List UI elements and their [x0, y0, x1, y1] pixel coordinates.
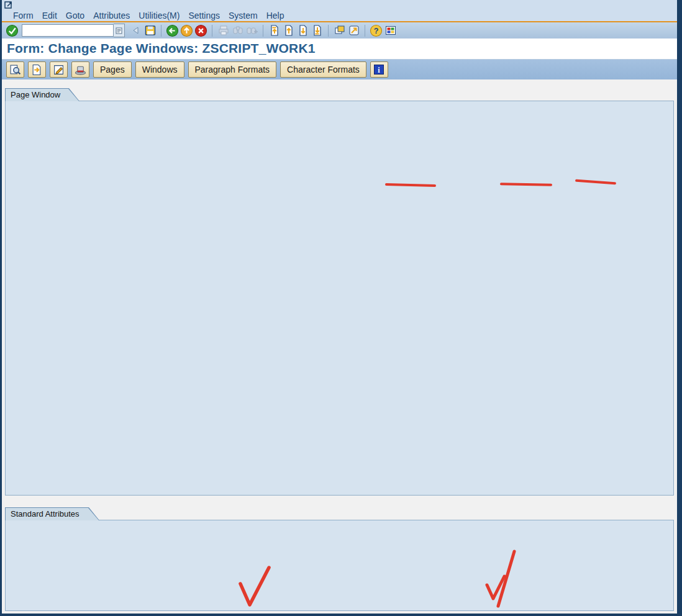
- first-page-icon[interactable]: [267, 24, 281, 38]
- help-icon[interactable]: ?: [369, 24, 383, 38]
- standard-attributes-group: [5, 520, 674, 611]
- page-window-tab: Page Window: [5, 88, 80, 101]
- page-title: Form: Change Page Windows: ZSCRIPT_WORK1: [7, 41, 316, 56]
- menu-form[interactable]: Form: [10, 11, 37, 20]
- print-icon[interactable]: [216, 24, 230, 38]
- last-page-icon[interactable]: [310, 24, 324, 38]
- menu-utilities[interactable]: Utilities(M): [135, 11, 183, 20]
- toolbar-separator: [161, 25, 161, 37]
- toolbar-separator: [212, 25, 212, 37]
- create-shortcut-icon[interactable]: [347, 24, 361, 38]
- menu-goto[interactable]: Goto: [63, 11, 88, 20]
- new-session-icon[interactable]: [332, 24, 347, 38]
- window-frame-right: [677, 0, 682, 616]
- window-frame-left: [0, 0, 2, 616]
- save-icon[interactable]: [143, 24, 157, 38]
- customize-layout-icon[interactable]: [383, 24, 398, 38]
- window-frame-bottom: [0, 614, 682, 616]
- command-history-icon[interactable]: [114, 24, 125, 37]
- menu-edit[interactable]: Edit: [39, 11, 60, 20]
- back-icon[interactable]: [165, 24, 180, 38]
- standard-attributes-tab: Standard Attributes: [5, 507, 99, 520]
- windows-button[interactable]: Windows: [135, 61, 184, 78]
- menu-settings[interactable]: Settings: [185, 11, 223, 20]
- paragraph-formats-button[interactable]: Paragraph Formats: [188, 61, 277, 78]
- window-top-strip: [0, 0, 682, 9]
- toolbar-separator: [328, 25, 329, 37]
- find-next-icon[interactable]: [245, 24, 259, 38]
- page-window-tab-label: Page Window: [5, 88, 80, 101]
- menu-help[interactable]: Help: [263, 11, 288, 20]
- info-icon[interactable]: i: [370, 61, 388, 78]
- next-page-icon[interactable]: [296, 24, 310, 38]
- sap-window: Form Edit Goto Attributes Utilities(M) S…: [0, 0, 682, 616]
- display-form-icon[interactable]: [6, 61, 24, 78]
- application-toolbar: Pages Windows Paragraph Formats Characte…: [0, 60, 682, 79]
- command-field-group: [22, 24, 125, 37]
- toolbar-separator: [365, 25, 365, 37]
- previous-page-icon[interactable]: [281, 24, 296, 38]
- menu-bar: Form Edit Goto Attributes Utilities(M) S…: [0, 9, 682, 21]
- check-form-icon[interactable]: [28, 61, 46, 78]
- find-icon[interactable]: [230, 24, 245, 38]
- collapse-command-icon[interactable]: [129, 24, 143, 38]
- character-formats-button[interactable]: Character Formats: [280, 61, 366, 78]
- cancel-icon[interactable]: [194, 24, 208, 38]
- enter-icon[interactable]: [5, 24, 19, 38]
- menu-system[interactable]: System: [225, 11, 261, 20]
- page-window-group: [5, 101, 674, 496]
- exit-screen-icon: [4, 1, 14, 9]
- standard-toolbar: ?: [0, 22, 682, 38]
- title-bar: Form: Change Page Windows: ZSCRIPT_WORK1: [0, 38, 682, 60]
- pages-button[interactable]: Pages: [93, 61, 132, 78]
- styles-hat-icon[interactable]: [71, 61, 89, 78]
- edit-form-icon[interactable]: [50, 61, 68, 78]
- svg-text:?: ?: [374, 27, 379, 35]
- menu-attributes[interactable]: Attributes: [90, 11, 133, 20]
- command-field[interactable]: [22, 24, 114, 37]
- exit-icon[interactable]: [180, 24, 194, 38]
- standard-attributes-tab-label: Standard Attributes: [5, 507, 99, 520]
- toolbar-separator: [263, 25, 263, 37]
